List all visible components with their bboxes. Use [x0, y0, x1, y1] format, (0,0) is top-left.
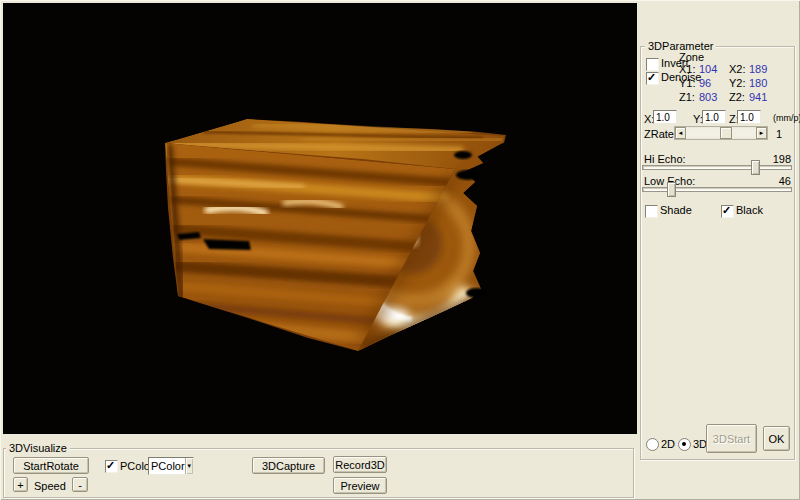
- pcolor-checkbox[interactable]: [105, 460, 118, 473]
- pcolor-select-value: PColor: [149, 460, 185, 472]
- zone-z2-label: Z2:: [729, 91, 745, 103]
- scale-unit-label: (mm/p): [773, 113, 800, 123]
- zone-y1-label: Y1:: [679, 77, 696, 89]
- chevron-down-icon[interactable]: ▼: [185, 458, 193, 474]
- 3d-viewport[interactable]: [3, 3, 637, 434]
- shade-label: Shade: [660, 204, 692, 216]
- zrate-left-arrow[interactable]: ◄: [675, 127, 686, 139]
- record3d-button[interactable]: Record3D: [333, 456, 387, 473]
- zrate-right-arrow[interactable]: ►: [756, 127, 767, 139]
- zone-x2-value: 189: [749, 63, 767, 75]
- low-echo-thumb[interactable]: [667, 182, 676, 197]
- speed-minus-button[interactable]: -: [72, 477, 88, 492]
- low-echo-track[interactable]: [642, 187, 792, 192]
- pcolor-select[interactable]: PColor ▼: [148, 457, 194, 475]
- 2d-radio-label: 2D: [661, 438, 675, 450]
- preview-button[interactable]: Preview: [333, 477, 387, 494]
- zone-y2-label: Y2:: [729, 77, 746, 89]
- ok-button[interactable]: OK: [763, 426, 790, 451]
- 3dstart-button[interactable]: 3DStart: [706, 424, 757, 453]
- hi-echo-thumb[interactable]: [751, 160, 760, 175]
- zone-z1-label: Z1:: [679, 91, 695, 103]
- zrate-scrollbar[interactable]: ◄ ►: [674, 126, 768, 140]
- low-echo-value: 46: [779, 175, 791, 187]
- zone-y2-value: 180: [749, 77, 767, 89]
- black-label: Black: [736, 204, 763, 216]
- zrate-value: 1: [776, 128, 782, 140]
- hi-echo-track[interactable]: [642, 165, 792, 170]
- start-rotate-button[interactable]: StartRotate: [13, 457, 89, 474]
- 3d-radio-label: 3D: [693, 438, 707, 450]
- x-scale-input[interactable]: [653, 110, 677, 124]
- zone-x1-label: X1:: [679, 63, 696, 75]
- zone-title: Zone: [679, 51, 704, 63]
- visualize-groupbox: 3DVisualize StartRotate + Speed - PColor…: [3, 448, 634, 498]
- zone-z2-value: 941: [749, 91, 767, 103]
- volume-render: [3, 3, 637, 434]
- zone-y1-value: 96: [699, 77, 711, 89]
- speed-plus-button[interactable]: +: [13, 477, 28, 492]
- zrate-label: ZRate: [644, 128, 674, 140]
- 3dcapture-button[interactable]: 3DCapture: [252, 457, 325, 474]
- hi-echo-value: 198: [773, 153, 791, 165]
- black-checkbox[interactable]: [721, 205, 734, 218]
- parameter-panel: 3DParameter Invert Denoise Zone X1: 104 …: [637, 0, 800, 500]
- 3d-radio[interactable]: [678, 438, 691, 451]
- shade-checkbox[interactable]: [645, 205, 658, 218]
- invert-checkbox[interactable]: [646, 58, 659, 71]
- z-scale-input[interactable]: [737, 110, 761, 124]
- 2d-radio[interactable]: [646, 438, 659, 451]
- zone-z1-value: 803: [699, 91, 717, 103]
- zone-x2-label: X2:: [729, 63, 746, 75]
- y-scale-input[interactable]: [702, 110, 726, 124]
- hi-echo-label: Hi Echo:: [644, 153, 686, 165]
- app-window: 3DParameter Invert Denoise Zone X1: 104 …: [0, 0, 800, 500]
- visualize-group-title: 3DVisualize: [6, 442, 70, 454]
- denoise-checkbox[interactable]: [646, 72, 659, 85]
- zrate-thumb[interactable]: [720, 127, 732, 139]
- speed-label: Speed: [34, 480, 66, 492]
- parameter-groupbox: 3DParameter Invert Denoise Zone X1: 104 …: [640, 46, 795, 460]
- zone-x1-value: 104: [699, 63, 717, 75]
